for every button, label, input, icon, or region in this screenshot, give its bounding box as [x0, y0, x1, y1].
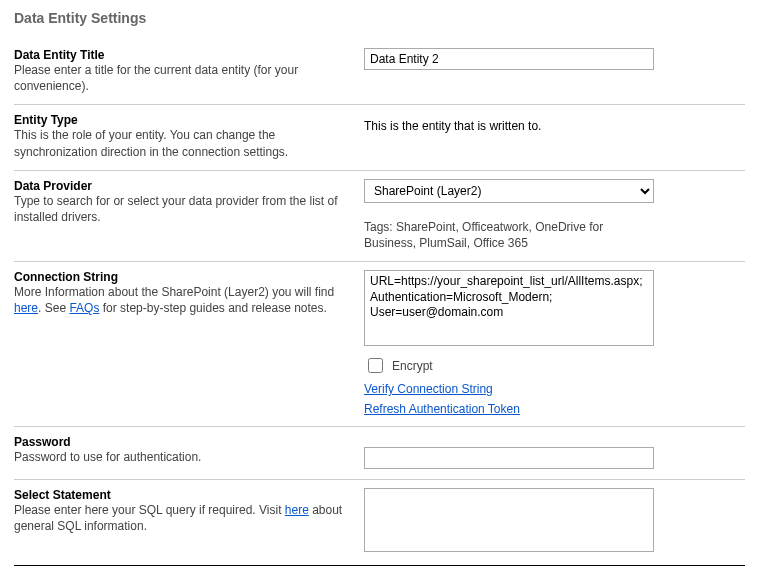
cs-help-pre: More Information about the SharePoint (L…: [14, 285, 334, 299]
entity-type-value: This is the entity that is written to.: [364, 113, 745, 133]
data-provider-select[interactable]: SharePoint (Layer2): [364, 179, 654, 203]
data-provider-help: Type to search for or select your data p…: [14, 193, 354, 225]
connection-string-textarea[interactable]: [364, 270, 654, 346]
entity-type-label: Entity Type: [14, 113, 354, 127]
section-password: Password Password to use for authenticat…: [14, 427, 745, 480]
section-entity-title: Data Entity Title Please enter a title f…: [14, 40, 745, 105]
connection-string-label: Connection String: [14, 270, 354, 284]
section-select-statement: Select Statement Please enter here your …: [14, 480, 745, 566]
cs-help-here-link[interactable]: here: [14, 301, 38, 315]
select-statement-textarea[interactable]: [364, 488, 654, 552]
cs-help-mid: . See: [38, 301, 69, 315]
encrypt-checkbox[interactable]: [368, 358, 383, 373]
section-data-provider: Data Provider Type to search for or sele…: [14, 171, 745, 262]
data-provider-tags: Tags: SharePoint, Officeatwork, OneDrive…: [364, 219, 654, 251]
entity-title-input[interactable]: [364, 48, 654, 70]
entity-title-label: Data Entity Title: [14, 48, 354, 62]
verify-connection-link[interactable]: Verify Connection String: [364, 382, 493, 396]
refresh-token-link[interactable]: Refresh Authentication Token: [364, 402, 520, 416]
password-label: Password: [14, 435, 354, 449]
section-connection-string: Connection String More Information about…: [14, 262, 745, 427]
entity-type-help: This is the role of your entity. You can…: [14, 127, 354, 159]
connection-string-help: More Information about the SharePoint (L…: [14, 284, 354, 316]
cs-help-faqs-link[interactable]: FAQs: [69, 301, 99, 315]
page-title: Data Entity Settings: [14, 10, 745, 26]
cs-help-post: for step-by-step guides and release note…: [99, 301, 326, 315]
ss-help-pre: Please enter here your SQL query if requ…: [14, 503, 285, 517]
encrypt-label: Encrypt: [392, 359, 433, 373]
entity-title-help: Please enter a title for the current dat…: [14, 62, 354, 94]
select-statement-help: Please enter here your SQL query if requ…: [14, 502, 354, 534]
section-entity-type: Entity Type This is the role of your ent…: [14, 105, 745, 170]
ss-help-here-link[interactable]: here: [285, 503, 309, 517]
password-input[interactable]: [364, 447, 654, 469]
password-help: Password to use for authentication.: [14, 449, 354, 465]
select-statement-label: Select Statement: [14, 488, 354, 502]
data-provider-label: Data Provider: [14, 179, 354, 193]
